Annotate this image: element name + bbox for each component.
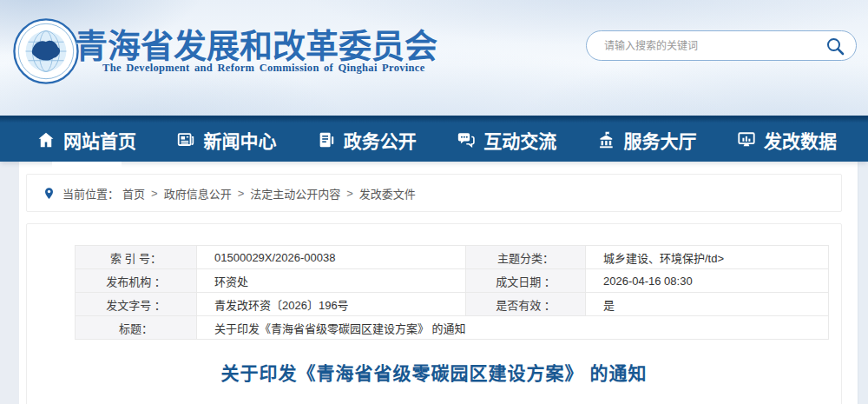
- topic-category-label: 主题分类：: [466, 246, 586, 269]
- issue-date-value: 2026-04-16 08:30: [586, 269, 829, 293]
- breadcrumb-prefix: 当前位置：: [62, 185, 119, 202]
- nav-item-service-hall[interactable]: 服务大厅: [592, 118, 702, 162]
- nav-item-gov-affairs[interactable]: 政务公开: [312, 118, 422, 162]
- search-input[interactable]: [604, 40, 825, 52]
- doc-title-label: 标题：: [76, 316, 197, 340]
- validity-label: 是否有效 ：: [466, 293, 586, 316]
- site-title: 青海省发展和改革委员会: [75, 19, 437, 67]
- search-box: [586, 30, 857, 61]
- site-logo[interactable]: [12, 17, 80, 85]
- search-icon: [825, 36, 845, 56]
- table-row: 索 引 号： 01500029X/2026-00038 主题分类： 城乡建设、环…: [76, 246, 829, 269]
- main-nav: 网站首页 新闻中心 政务公开: [0, 116, 868, 162]
- nav-item-home[interactable]: 网站首页: [31, 118, 141, 162]
- news-icon: [176, 130, 195, 149]
- index-number-value: 01500029X/2026-00038: [197, 246, 466, 269]
- document-info-table: 索 引 号： 01500029X/2026-00038 主题分类： 城乡建设、环…: [75, 245, 829, 340]
- breadcrumb-separator: >: [346, 187, 353, 200]
- topic-category-value: 城乡建设、环境保护/td>: [586, 246, 829, 269]
- nav-item-label: 服务大厅: [624, 127, 697, 153]
- nav-item-label: 政务公开: [344, 127, 417, 153]
- location-pin-icon: [43, 187, 56, 200]
- nav-item-news[interactable]: 新闻中心: [171, 118, 281, 162]
- table-row: 发布机构 ： 环资处 成文日期 ： 2026-04-16 08:30: [76, 269, 829, 293]
- nav-item-label: 网站首页: [63, 127, 136, 153]
- table-row: 发文字号 ： 青发改环资〔2026〕196号 是否有效 ： 是: [76, 293, 829, 316]
- issue-date-label: 成文日期 ：: [466, 269, 586, 293]
- index-number-label: 索 引 号：: [76, 246, 197, 269]
- home-icon: [36, 130, 56, 149]
- breadcrumb-separator: >: [151, 187, 158, 200]
- site-header: 青海省发展和改革委员会 The Development and Reform C…: [0, 0, 868, 116]
- breadcrumb-link-drc-documents[interactable]: 发改委文件: [359, 185, 416, 202]
- document-number-label: 发文字号 ：: [76, 293, 197, 316]
- article-title: 关于印发《青海省省级零碳园区建设方案》 的通知: [27, 359, 841, 385]
- document-card: 索 引 号： 01500029X/2026-00038 主题分类： 城乡建设、环…: [26, 223, 842, 404]
- document-number-value: 青发改环资〔2026〕196号: [197, 293, 466, 316]
- breadcrumb-link-gov-info[interactable]: 政府信息公开: [164, 185, 232, 202]
- breadcrumb-link-home[interactable]: 首页: [122, 185, 145, 202]
- nav-item-interaction[interactable]: 互动交流: [451, 118, 562, 162]
- qinghai-drc-emblem-icon: [12, 17, 80, 85]
- breadcrumb: 当前位置： 首页 > 政府信息公开 > 法定主动公开内容 > 发改委文件: [26, 174, 842, 212]
- nav-item-drc-data[interactable]: 发改数据: [732, 118, 842, 162]
- nav-item-label: 发改数据: [764, 127, 837, 153]
- search-button[interactable]: [825, 36, 845, 56]
- scrollbar-track[interactable]: [858, 162, 868, 404]
- table-row: 标题： 关于印发《青海省省级零碳园区建设方案》 的通知: [76, 316, 829, 340]
- page-body: 当前位置： 首页 > 政府信息公开 > 法定主动公开内容 > 发改委文件 索 引…: [0, 162, 868, 404]
- issuing-agency-value: 环资处: [197, 269, 466, 293]
- document-icon: [317, 130, 336, 149]
- left-margin-strip: [0, 162, 19, 404]
- nav-item-label: 互动交流: [483, 127, 556, 153]
- validity-value: 是: [586, 293, 829, 316]
- chat-icon: [457, 130, 476, 149]
- breadcrumb-separator: >: [238, 187, 245, 200]
- site-subtitle: The Development and Reform Commission of…: [102, 62, 424, 75]
- issuing-agency-label: 发布机构 ：: [76, 269, 197, 293]
- data-monitor-icon: [737, 130, 756, 149]
- service-hall-icon: [597, 130, 616, 149]
- doc-title-value: 关于印发《青海省省级零碳园区建设方案》 的通知: [197, 316, 829, 340]
- breadcrumb-link-statutory-disclosure[interactable]: 法定主动公开内容: [250, 185, 340, 202]
- nav-item-label: 新闻中心: [203, 127, 276, 153]
